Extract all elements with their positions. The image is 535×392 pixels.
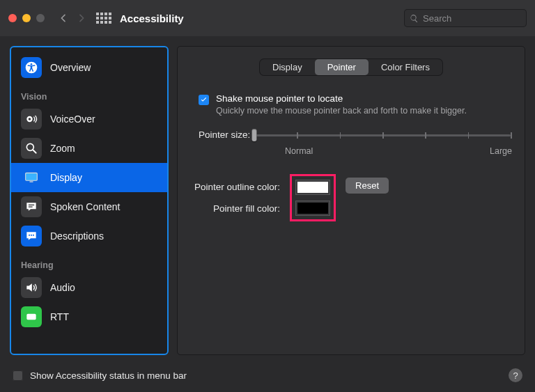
help-button[interactable]: ? bbox=[509, 368, 522, 382]
checkmark-icon bbox=[200, 96, 208, 104]
window-controls bbox=[8, 14, 45, 22]
zoom-window-button bbox=[36, 14, 45, 22]
sidebar-item-label: VoiceOver bbox=[50, 113, 95, 125]
svg-point-12 bbox=[31, 235, 32, 236]
forward-button[interactable] bbox=[72, 9, 91, 27]
spoken-content-icon bbox=[21, 196, 42, 217]
color-swatch-highlight bbox=[290, 174, 336, 221]
search-input[interactable] bbox=[423, 13, 535, 24]
sidebar: Overview Vision VoiceOver Zoom Display bbox=[10, 46, 169, 355]
footer: Show Accessibility status in menu bar ? bbox=[0, 361, 535, 390]
settings-panel: Display Pointer Color Filters Shake mous… bbox=[177, 46, 525, 355]
tab-color-filters[interactable]: Color Filters bbox=[369, 59, 442, 75]
sidebar-item-label: Descriptions bbox=[50, 230, 104, 242]
svg-line-5 bbox=[33, 150, 36, 153]
sidebar-item-zoom[interactable]: Zoom bbox=[11, 134, 167, 163]
reset-button[interactable]: Reset bbox=[346, 178, 389, 194]
sidebar-item-descriptions[interactable]: Descriptions bbox=[11, 221, 167, 251]
descriptions-icon bbox=[21, 226, 42, 246]
shake-to-locate-label: Shake mouse pointer to locate bbox=[216, 93, 467, 104]
slider-knob[interactable] bbox=[252, 129, 257, 141]
svg-rect-9 bbox=[29, 205, 34, 205]
search-icon bbox=[410, 14, 419, 23]
sidebar-item-label: Display bbox=[50, 172, 82, 183]
outline-color-well[interactable] bbox=[295, 180, 330, 195]
svg-rect-10 bbox=[29, 206, 33, 207]
svg-point-13 bbox=[33, 235, 34, 236]
sidebar-item-label: Zoom bbox=[50, 143, 75, 154]
sidebar-item-label: Overview bbox=[50, 62, 91, 73]
svg-point-1 bbox=[31, 63, 33, 65]
sidebar-item-rtt[interactable]: RTT bbox=[11, 302, 167, 331]
pointer-size-min-label: Normal bbox=[285, 146, 313, 156]
tab-group: Display Pointer Color Filters bbox=[260, 59, 442, 75]
pointer-size-max-label: Large bbox=[490, 146, 512, 156]
svg-rect-14 bbox=[26, 314, 36, 320]
shake-to-locate-checkbox[interactable] bbox=[199, 95, 209, 105]
pointer-size-slider[interactable] bbox=[254, 128, 511, 142]
sidebar-item-display[interactable]: Display bbox=[11, 163, 167, 192]
voiceover-icon bbox=[21, 109, 42, 130]
show-all-prefs-button[interactable] bbox=[95, 9, 113, 27]
svg-rect-6 bbox=[26, 173, 38, 180]
sidebar-item-audio[interactable]: Audio bbox=[11, 273, 167, 302]
sidebar-section-hearing: Hearing bbox=[11, 251, 167, 273]
zoom-icon bbox=[21, 138, 42, 159]
display-icon bbox=[21, 167, 42, 188]
fill-color-well[interactable] bbox=[295, 201, 330, 216]
minimize-window-button[interactable] bbox=[22, 14, 31, 22]
tab-display[interactable]: Display bbox=[260, 59, 315, 75]
menubar-status-label: Show Accessibility status in menu bar bbox=[30, 370, 187, 381]
fill-color-label: Pointer fill color: bbox=[194, 203, 280, 214]
svg-point-11 bbox=[29, 235, 30, 236]
svg-rect-8 bbox=[30, 181, 33, 182]
titlebar: Accessibility bbox=[0, 0, 535, 36]
outline-color-label: Pointer outline color: bbox=[194, 182, 280, 192]
tab-pointer[interactable]: Pointer bbox=[315, 59, 369, 75]
menubar-status-checkbox[interactable] bbox=[13, 370, 23, 381]
audio-icon bbox=[21, 277, 42, 298]
sidebar-item-spoken-content[interactable]: Spoken Content bbox=[11, 192, 167, 221]
close-window-button[interactable] bbox=[8, 14, 17, 22]
accessibility-icon bbox=[21, 57, 42, 78]
sidebar-item-label: RTT bbox=[50, 311, 69, 322]
sidebar-section-vision: Vision bbox=[11, 82, 167, 104]
back-button[interactable] bbox=[54, 9, 72, 27]
search-field[interactable] bbox=[404, 9, 527, 27]
pointer-size-label: Pointer size: bbox=[199, 130, 250, 140]
sidebar-item-label: Audio bbox=[50, 282, 75, 293]
rtt-icon bbox=[21, 306, 42, 327]
window-title: Accessibility bbox=[120, 13, 184, 24]
sidebar-item-overview[interactable]: Overview bbox=[11, 53, 167, 82]
sidebar-item-label: Spoken Content bbox=[50, 201, 120, 212]
sidebar-item-voiceover[interactable]: VoiceOver bbox=[11, 104, 167, 134]
shake-to-locate-description: Quickly move the mouse pointer back and … bbox=[216, 105, 467, 117]
svg-point-3 bbox=[29, 118, 31, 120]
